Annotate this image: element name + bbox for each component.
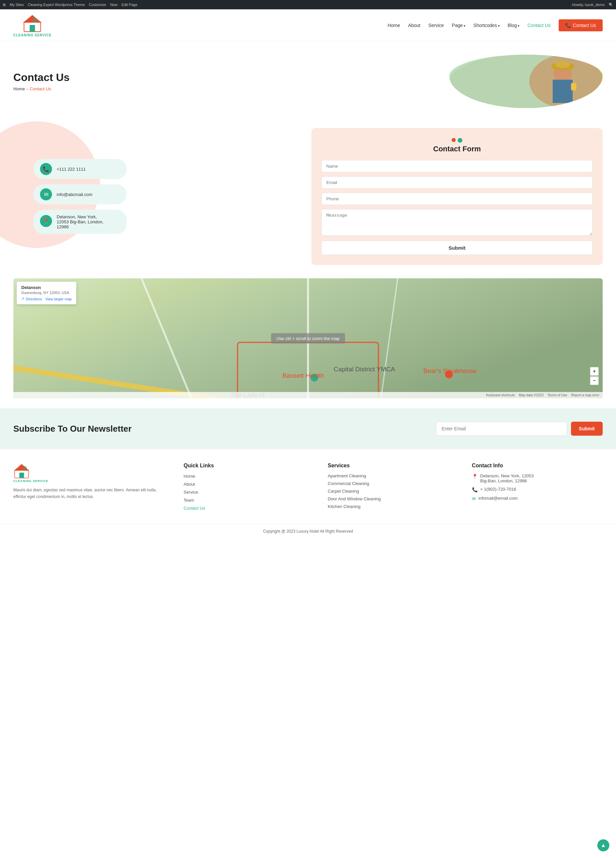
- zoom-out-button[interactable]: −: [590, 376, 599, 385]
- form-dots: [321, 138, 593, 143]
- footer-location-icon: 📍: [472, 474, 478, 479]
- services-heading: Services: [328, 463, 458, 469]
- svg-line-17: [366, 278, 398, 398]
- footer-home-link[interactable]: Home: [184, 474, 195, 479]
- address-info-item: 📍 Delanson, New York,12053 Big-Ban, Lond…: [33, 210, 127, 234]
- service-carpet: Carpet Cleaning: [328, 489, 458, 494]
- svg-rect-2: [30, 25, 35, 32]
- search-icon[interactable]: 🔍: [609, 3, 613, 7]
- phone-number: +111 222 1111: [57, 167, 86, 172]
- footer-logo-text: CLEANING SERVICE: [13, 479, 48, 483]
- view-larger-map-link[interactable]: View larger map: [45, 297, 72, 301]
- footer-contact-info: 📍 Delanson, New York, 12053Big-Ban, Lond…: [472, 473, 603, 501]
- footer-logo: CLEANING SERVICE: [13, 463, 170, 483]
- logo-text: CLEANING SERVICE: [13, 33, 52, 37]
- nav-service[interactable]: Service: [428, 23, 444, 28]
- svg-text:Capital District YMCA: Capital District YMCA: [334, 366, 395, 373]
- footer-team-link[interactable]: Team: [184, 498, 194, 503]
- terms-of-use-link[interactable]: Terms of Use: [548, 393, 567, 397]
- nav-blog[interactable]: Blog: [508, 23, 520, 28]
- breadcrumb-current: Contact Us: [30, 86, 51, 91]
- footer-email-text: infomail@email.com: [479, 496, 518, 500]
- zoom-in-button[interactable]: +: [590, 367, 599, 376]
- phone-icon-circle: 📞: [40, 163, 52, 175]
- map-section[interactable]: Delanson Bassett Health Capital District…: [13, 278, 603, 398]
- user-greeting: Howdy, luzuk_demo: [572, 3, 605, 7]
- keyboard-shortcuts-link[interactable]: Keyboard shortcuts: [486, 393, 515, 397]
- contact-section: 📞 +111 222 1111 ✉ info@abcmail.com 📍 Del…: [0, 115, 616, 278]
- dot-teal: [458, 138, 462, 143]
- my-sites-link[interactable]: My Sites: [10, 3, 24, 7]
- contact-info-col: 📞 +111 222 1111 ✉ info@abcmail.com 📍 Del…: [13, 128, 305, 265]
- nav-home[interactable]: Home: [388, 23, 400, 28]
- svg-marker-1: [23, 15, 42, 23]
- form-title: Contact Form: [321, 145, 593, 153]
- footer-about-link[interactable]: About: [184, 482, 195, 487]
- site-logo[interactable]: CLEANING SERVICE: [13, 13, 52, 37]
- nav-contact[interactable]: Contact Us: [528, 23, 551, 28]
- map-roads-svg: Delanson Bassett Health Capital District…: [13, 278, 603, 398]
- svg-line-16: [142, 278, 237, 398]
- footer-services-list: Apartment Cleaning Commercial Cleaning C…: [328, 473, 458, 509]
- footer-link-about: About: [184, 481, 314, 487]
- service-commercial: Commercial Cleaning: [328, 481, 458, 486]
- form-submit-button[interactable]: Submit: [321, 241, 593, 255]
- footer-link-home: Home: [184, 473, 314, 479]
- directions-button[interactable]: ↗ Directions: [21, 297, 42, 301]
- form-header: Contact Form: [321, 138, 593, 153]
- dot-red: [452, 138, 456, 142]
- cta-button[interactable]: 📞 Contact Us: [558, 19, 603, 31]
- svg-text:Bear's Steakhouse: Bear's Steakhouse: [423, 367, 477, 374]
- footer-links-list: Home About Service Team Contact Us: [184, 473, 314, 511]
- nav-shortcodes[interactable]: Shortcodes: [473, 23, 500, 28]
- newsletter-form: Submit: [436, 422, 603, 436]
- edit-link[interactable]: Edit Page: [122, 3, 138, 7]
- svg-rect-12: [571, 83, 576, 90]
- breadcrumb-home[interactable]: Home: [13, 86, 25, 91]
- footer-contact-col: Contact Info 📍 Delanson, New York, 12053…: [472, 463, 603, 511]
- svg-point-11: [555, 61, 570, 68]
- contact-info-heading: Contact Info: [472, 463, 603, 469]
- service-door-window: Door And Window Cleaning: [328, 496, 458, 501]
- map-location-address: Duanesburg, NY 12053, USA: [21, 291, 72, 295]
- hero-section: Contact Us Home – Contact Us: [0, 41, 616, 115]
- email-icon-circle: ✉: [40, 188, 52, 201]
- map-data-label: Map data ©2023: [519, 393, 544, 397]
- footer-email-icon: ✉: [472, 496, 476, 501]
- footer-quick-links-col: Quick Links Home About Service Team Cont…: [184, 463, 314, 511]
- phone-info-item: 📞 +111 222 1111: [33, 159, 127, 179]
- map-actions: ↗ Directions View larger map: [21, 297, 72, 301]
- svg-rect-9: [553, 80, 572, 103]
- footer-brand-col: CLEANING SERVICE Mauris dui diam, egesta…: [13, 463, 170, 511]
- footer-contact-link[interactable]: Contact Us: [184, 506, 205, 511]
- report-map-error-link[interactable]: Report a map error: [571, 393, 599, 397]
- contact-form-col: Contact Form Submit: [311, 128, 603, 265]
- newsletter-section: Subscribe To Our Newsletter Submit: [0, 408, 616, 449]
- site-header: CLEANING SERVICE Home About Service Page…: [0, 9, 616, 41]
- footer-link-contact: Contact Us: [184, 505, 314, 511]
- email-input[interactable]: [321, 176, 593, 189]
- newsletter-email-input[interactable]: [436, 422, 567, 436]
- footer-bottom: Copyright @ 2023 Luxury Hotel All Right …: [0, 524, 616, 538]
- newsletter-submit-button[interactable]: Submit: [571, 422, 603, 436]
- footer-address-text: Delanson, New York, 12053Big-Ban, London…: [480, 473, 534, 483]
- map-location-name: Delanson: [21, 285, 72, 290]
- customize-link[interactable]: Customize: [89, 3, 106, 7]
- footer-service-link[interactable]: Service: [184, 490, 198, 495]
- message-input[interactable]: [321, 209, 593, 236]
- service-kitchen: Kitchen Cleaning: [328, 504, 458, 509]
- phone-input[interactable]: [321, 193, 593, 205]
- email-info-item: ✉ info@abcmail.com: [33, 184, 127, 204]
- name-input[interactable]: [321, 160, 593, 173]
- new-link[interactable]: New: [110, 3, 118, 7]
- breadcrumb-separator: –: [26, 86, 30, 91]
- nav-about[interactable]: About: [408, 23, 420, 28]
- address-text: Delanson, New York,12053 Big-Ban, London…: [57, 214, 103, 229]
- theme-link[interactable]: Cleaning Expert Wordpress Theme: [28, 3, 85, 7]
- breadcrumb: Home – Contact Us: [13, 86, 308, 91]
- directions-icon: ↗: [21, 297, 24, 301]
- quick-links-heading: Quick Links: [184, 463, 314, 469]
- nav-page[interactable]: Page: [452, 23, 465, 28]
- svg-text:Bassett Health: Bassett Health: [282, 372, 324, 379]
- map-footer-bar: Keyboard shortcuts Map data ©2023 Terms …: [13, 392, 603, 398]
